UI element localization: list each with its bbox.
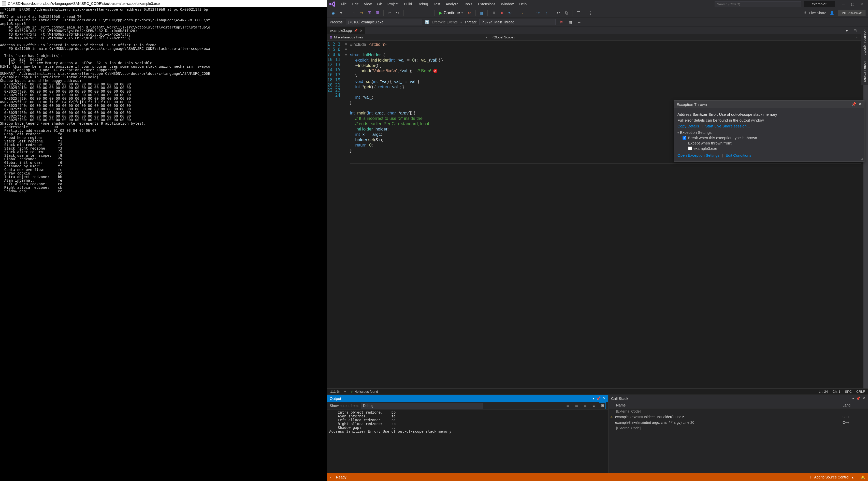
restart-icon[interactable]: ⟲: [506, 10, 513, 16]
open-icon[interactable]: 🗀: [358, 10, 365, 16]
output-source-dropdown[interactable]: Debug: [361, 403, 483, 409]
call-stack-row[interactable]: example3.exe!main(int argc, char * * arg…: [609, 420, 868, 425]
menu-project[interactable]: Project: [385, 1, 401, 7]
step-out-icon[interactable]: ↑: [543, 10, 550, 16]
editor-scrollbar[interactable]: [863, 41, 868, 388]
misc-icon-2[interactable]: ⎘: [563, 10, 569, 16]
output-dropdown-icon[interactable]: ▾: [592, 396, 594, 400]
int-preview-badge[interactable]: INT PREVIEW: [838, 10, 865, 16]
cs-dropdown-icon[interactable]: ▾: [852, 396, 854, 400]
step-over-icon[interactable]: ↷: [535, 10, 541, 16]
open-exception-settings-link[interactable]: Open Exception Settings: [678, 153, 719, 157]
cs-col-lang[interactable]: Lang: [843, 403, 868, 407]
tab-dropdown-icon[interactable]: ▾: [844, 28, 850, 34]
pin-popup-icon[interactable]: 📌: [851, 102, 856, 106]
menu-view[interactable]: View: [362, 1, 374, 7]
source-control-icon[interactable]: ↑: [810, 475, 811, 479]
close-popup-icon[interactable]: ✕: [858, 102, 862, 106]
stack-icon[interactable]: ▦: [567, 19, 574, 26]
output-tb-icon-5[interactable]: ⊞: [599, 403, 606, 409]
code-content[interactable]: #include <stdio.h> struct IntHolder { ex…: [348, 41, 863, 388]
misc-icon-4[interactable]: ⋮: [587, 10, 593, 16]
lifecycle-label[interactable]: Lifecycle Events: [432, 20, 457, 24]
nav-fwd-icon[interactable]: ▾: [338, 10, 344, 16]
edit-conditions-link[interactable]: Edit Conditions: [725, 153, 751, 157]
char-indicator[interactable]: Ch: 1: [832, 390, 840, 393]
menu-git[interactable]: Git: [375, 1, 384, 7]
misc-icon-1[interactable]: ↶: [555, 10, 561, 16]
sc-dropdown-icon[interactable]: ▴: [852, 475, 854, 479]
menu-edit[interactable]: Edit: [350, 1, 361, 7]
live-share-icon[interactable]: ⇪: [803, 10, 807, 15]
menu-extensions[interactable]: Extensions: [475, 1, 498, 7]
show-next-icon[interactable]: →: [519, 10, 525, 16]
menu-test[interactable]: Test: [431, 1, 443, 7]
menu-debug[interactable]: Debug: [415, 1, 430, 7]
live-share-label[interactable]: Live Share: [809, 11, 826, 15]
new-item-icon[interactable]: 🗋: [350, 10, 356, 16]
stop-icon[interactable]: ■: [498, 10, 505, 16]
step-icon-1[interactable]: ▦: [478, 10, 485, 16]
nav-project-dropdown[interactable]: ⊞ Miscellaneous Files ▾: [327, 35, 490, 40]
close-tab-icon[interactable]: ✕: [360, 29, 363, 33]
hot-reload-icon[interactable]: ⟳: [466, 10, 473, 16]
line-indicator[interactable]: Ln: 24: [819, 390, 828, 393]
undo-icon[interactable]: ↶: [386, 10, 393, 16]
nav-back-icon[interactable]: ◉: [330, 10, 336, 16]
exception-title-bar[interactable]: Exception Thrown 📌 ✕: [674, 100, 864, 108]
flag-icon[interactable]: ⚑: [558, 19, 565, 26]
indent-indicator[interactable]: SPC: [845, 390, 852, 393]
console-output[interactable]: ==76188==ERROR: AddressSanitizer: stack-…: [0, 7, 327, 481]
menu-analyze[interactable]: Analyze: [443, 1, 461, 7]
search-box[interactable]: [715, 1, 801, 7]
editor-tab-example3[interactable]: example3.cpp 📌 ✕: [327, 27, 365, 34]
continue-button[interactable]: ▶ Continue ▾: [437, 10, 465, 16]
call-stack-header[interactable]: Call Stack ▾ 📌 ✕: [609, 395, 868, 402]
side-tab-solution-explorer[interactable]: Solution Explorer: [861, 27, 868, 58]
nav-scope-dropdown[interactable]: (Global Scope) ▾: [490, 35, 860, 40]
misc-debug-icon[interactable]: ⋯: [577, 19, 583, 26]
exception-settings-expander[interactable]: Exception Settings: [678, 130, 861, 134]
call-stack-row[interactable]: ➜ example3.exe!IntHolder::~IntHolder() L…: [609, 414, 868, 420]
zoom-level[interactable]: 111 %: [330, 390, 340, 393]
issues-label[interactable]: No issues found: [354, 390, 378, 393]
output-tb-icon-2[interactable]: ≣: [573, 403, 580, 409]
tab-split-icon[interactable]: ⊞: [852, 28, 858, 34]
output-header[interactable]: Output ▾ 📌 ✕: [327, 395, 608, 402]
close-button[interactable]: ✕: [857, 1, 866, 7]
save-all-icon[interactable]: 🖫: [374, 10, 381, 16]
except-from-checkbox[interactable]: [688, 147, 692, 150]
misc-icon-3[interactable]: 🗔: [575, 10, 582, 16]
minimize-button[interactable]: ─: [839, 1, 848, 7]
start-live-share-link[interactable]: Start Live Share session...: [705, 124, 750, 128]
code-editor[interactable]: 1 2 3 4 5 6 7 8 9 10 11 12 13 14 15 16 1…: [327, 41, 868, 388]
redo-icon[interactable]: ↷: [394, 10, 401, 16]
eol-indicator[interactable]: CRLF: [856, 390, 865, 393]
process-dropdown[interactable]: [76188] example3.exe: [346, 19, 422, 25]
output-pin-icon[interactable]: 📌: [596, 396, 601, 400]
menu-window[interactable]: Window: [498, 1, 516, 7]
pin-icon[interactable]: 📌: [354, 29, 358, 32]
console-titlebar[interactable]: C:\MSDN\cpp-docs-pr\docs\c-language\ASAN…: [0, 0, 327, 7]
output-close-icon[interactable]: ✕: [603, 396, 606, 400]
thread-dropdown[interactable]: [49724] Main Thread: [479, 19, 556, 25]
search-input[interactable]: [715, 1, 801, 7]
output-tb-icon-3[interactable]: ≣: [582, 403, 588, 409]
add-to-source-control[interactable]: Add to Source Control: [814, 475, 849, 479]
cs-pin-icon[interactable]: 📌: [856, 396, 860, 400]
step-into-icon[interactable]: ↓: [527, 10, 533, 16]
pause-icon[interactable]: ⏸: [490, 10, 497, 16]
error-indicator-icon[interactable]: ✕: [433, 69, 437, 73]
maximize-button[interactable]: ▢: [848, 1, 857, 7]
menu-help[interactable]: Help: [517, 1, 529, 7]
output-tb-icon-1[interactable]: ≣: [564, 403, 571, 409]
call-stack-row[interactable]: [External Code]: [609, 409, 868, 414]
feedback-icon[interactable]: 👤: [829, 10, 835, 16]
call-stack-row[interactable]: [External Code]: [609, 425, 868, 431]
output-body[interactable]: Intra object redzone: bb ASan internal: …: [327, 410, 608, 473]
cs-col-name[interactable]: Name: [609, 403, 843, 407]
save-icon[interactable]: 🖫: [366, 10, 373, 16]
resize-grip-icon[interactable]: ◢: [861, 157, 863, 161]
side-tab-team-explorer[interactable]: Team Explorer: [861, 58, 868, 85]
solution-title-tab[interactable]: example3: [804, 1, 835, 7]
